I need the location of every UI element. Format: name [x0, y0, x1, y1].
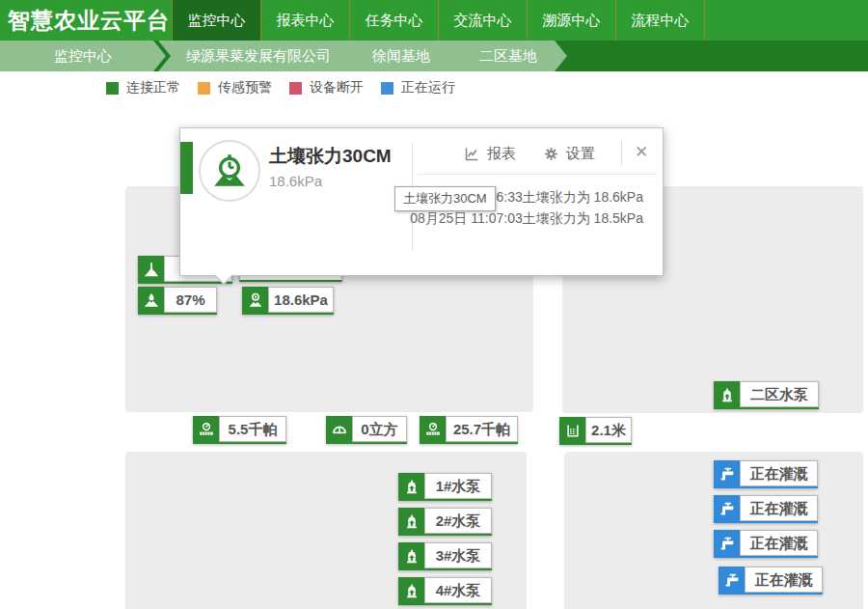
- irrigating-label-3[interactable]: 正在灌溉: [714, 530, 818, 558]
- legend-device-offline: 设备断开: [289, 79, 364, 97]
- close-icon[interactable]: ✕: [630, 141, 653, 164]
- irrigating-label-1[interactable]: 正在灌溉: [714, 460, 818, 488]
- nav-report-center[interactable]: 报表中心: [260, 0, 349, 41]
- soil-tension-label[interactable]: 18.6kPa: [242, 287, 334, 315]
- nav-communication-center[interactable]: 交流中心: [438, 0, 527, 41]
- main-nav: 监控中心 报表中心 任务中心 交流中心 溯源中心 流程中心: [172, 0, 705, 41]
- sensor-avatar: [199, 140, 260, 202]
- flow-meter-icon: [326, 416, 352, 442]
- breadcrumb-monitoring[interactable]: 监控中心: [0, 41, 166, 71]
- breadcrumb: 监控中心 绿源果菜发展有限公司 徐闻基地 二区基地: [0, 41, 868, 71]
- faucet-icon: [719, 567, 745, 593]
- legend-running: 正在运行: [381, 79, 455, 97]
- chart-icon: [463, 145, 481, 163]
- nav-traceability-center[interactable]: 溯源中心: [527, 0, 615, 41]
- breadcrumb-company[interactable]: 绿源果菜发展有限公司: [158, 41, 353, 71]
- nav-monitoring-center[interactable]: 监控中心: [172, 0, 260, 41]
- pipe-pressure-label-2[interactable]: 25.7千帕: [420, 416, 518, 444]
- monitoring-page: 智慧农业云平台 监控中心 报表中心 任务中心 交流中心 溯源中心 流程中心 监控…: [0, 0, 868, 609]
- breadcrumb-xuwen-base[interactable]: 徐闻基地: [339, 41, 457, 71]
- gear-icon: [542, 145, 560, 163]
- pump-icon: [398, 577, 424, 603]
- soil-tension-icon: [242, 287, 268, 313]
- popup-header-divider: [418, 174, 657, 175]
- faucet-icon: [714, 495, 740, 521]
- settings-button[interactable]: 设置: [542, 145, 595, 163]
- irrigating-label-2[interactable]: 正在灌溉: [714, 495, 818, 523]
- nav-process-center[interactable]: 流程中心: [615, 0, 705, 41]
- history-line-2: 08月25日 11:07:03土壤张力为 18.5kPa: [410, 210, 643, 228]
- pressure-gauge-icon: [420, 416, 446, 442]
- pump4-label[interactable]: 4#水泵: [398, 577, 492, 605]
- soil-temperature-icon: [138, 256, 164, 282]
- pipe-pressure-label-1[interactable]: 5.5千帕: [193, 416, 286, 444]
- faucet-icon: [714, 460, 740, 486]
- water-level-icon: [559, 417, 585, 443]
- zone2-pump-label[interactable]: 二区水泵: [714, 381, 819, 409]
- faucet-icon: [714, 530, 740, 556]
- breadcrumb-zone2-base[interactable]: 二区基地: [444, 41, 567, 71]
- popup-title: 土壤张力30CM: [269, 144, 392, 169]
- irrigating-label-4[interactable]: 正在灌溉: [719, 567, 823, 595]
- popup-current-value: 18.6kPa: [269, 173, 322, 189]
- popup-accent-bar: [180, 142, 193, 194]
- sensor-popup: 土壤张力30CM 18.6kPa 报表 设置 ✕ 08月25日 11:36:33…: [179, 127, 664, 276]
- soil-moisture-label[interactable]: 87%: [138, 287, 217, 315]
- report-button[interactable]: 报表: [463, 145, 516, 163]
- legend-sensor-warning: 传感预警: [198, 79, 272, 97]
- pump-icon: [398, 473, 424, 499]
- water-level-label[interactable]: 2.1米: [559, 417, 632, 445]
- status-legend: 连接正常 传感预警 设备断开 正在运行: [106, 79, 455, 97]
- soil-moisture-icon: [138, 287, 164, 313]
- sensor-tooltip: 土壤张力30CM: [394, 186, 496, 211]
- pump-icon: [398, 542, 424, 568]
- legend-connected-swatch: [106, 82, 119, 95]
- nav-task-center[interactable]: 任务中心: [349, 0, 438, 41]
- legend-warning-swatch: [198, 82, 210, 95]
- top-navbar: 智慧农业云平台 监控中心 报表中心 任务中心 交流中心 溯源中心 流程中心: [0, 0, 868, 41]
- legend-offline-swatch: [289, 82, 302, 95]
- legend-connected: 连接正常: [106, 79, 180, 97]
- pump1-label[interactable]: 1#水泵: [398, 473, 492, 501]
- pressure-gauge-icon: [193, 416, 219, 442]
- pump-icon: [714, 381, 740, 407]
- pump-icon: [398, 508, 424, 534]
- app-logo: 智慧农业云平台: [8, 0, 170, 41]
- flow-meter-label[interactable]: 0立方: [326, 416, 407, 444]
- pump3-label[interactable]: 3#水泵: [398, 542, 492, 570]
- legend-running-swatch: [381, 82, 393, 95]
- popup-header-separator: [621, 141, 622, 165]
- pump2-label[interactable]: 2#水泵: [398, 508, 492, 536]
- soil-tension-gauge-icon: [210, 152, 249, 190]
